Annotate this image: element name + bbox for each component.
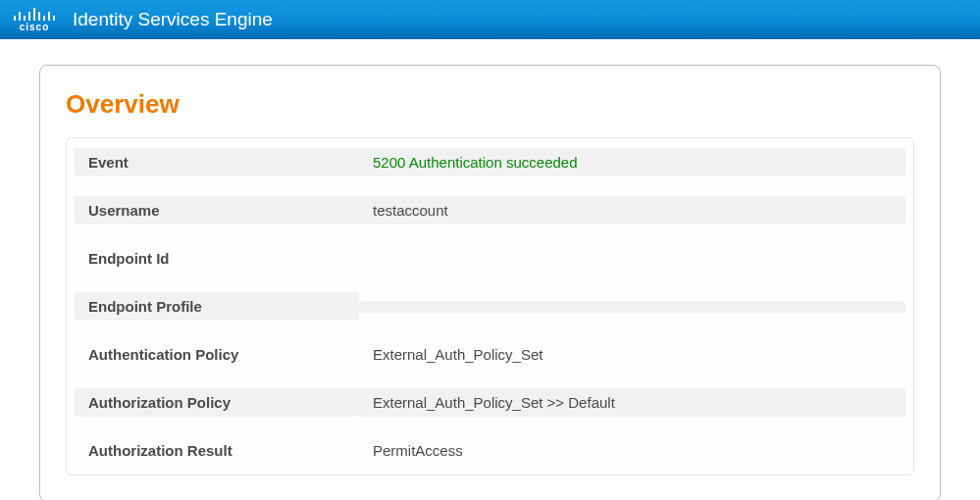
content-wrap: Overview Event 5200 Authentication succe… [0,39,980,500]
value-event: 5200 Authentication succeeded [359,148,905,176]
row-endpoint-id: Endpoint Id [67,234,913,282]
overview-panel: Overview Event 5200 Authentication succe… [39,65,941,500]
value-auth-policy: External_Auth_Policy_Set [359,340,905,369]
label-authz-result: Authorization Result [75,436,359,465]
value-username: testaccount [359,196,905,225]
label-auth-policy: Authentication Policy [75,340,359,369]
value-endpoint-id [359,253,905,265]
label-event: Event [75,148,359,176]
detail-list: Event 5200 Authentication succeeded User… [66,137,914,475]
row-username: Username testaccount [67,186,913,234]
row-event: Event 5200 Authentication succeeded [67,138,913,186]
value-authz-policy: External_Auth_Policy_Set >> Default [359,388,905,417]
row-auth-policy: Authentication Policy External_Auth_Poli… [67,330,913,378]
header-bar: cisco Identity Services Engine [0,0,980,39]
value-endpoint-profile [359,301,905,313]
label-authz-policy: Authorization Policy [75,388,359,417]
row-endpoint-profile: Endpoint Profile [67,282,913,330]
cisco-brand-text: cisco [20,22,50,32]
row-authz-policy: Authorization Policy External_Auth_Polic… [67,378,913,426]
label-username: Username [75,196,359,225]
label-endpoint-id: Endpoint Id [75,244,359,273]
label-endpoint-profile: Endpoint Profile [75,292,359,321]
app-title: Identity Services Engine [73,9,273,30]
cisco-logo: cisco [14,7,55,32]
value-authz-result: PermitAccess [359,436,905,465]
row-authz-result: Authorization Result PermitAccess [67,426,913,475]
cisco-logo-bars-icon [14,7,55,21]
panel-title: Overview [66,89,914,120]
